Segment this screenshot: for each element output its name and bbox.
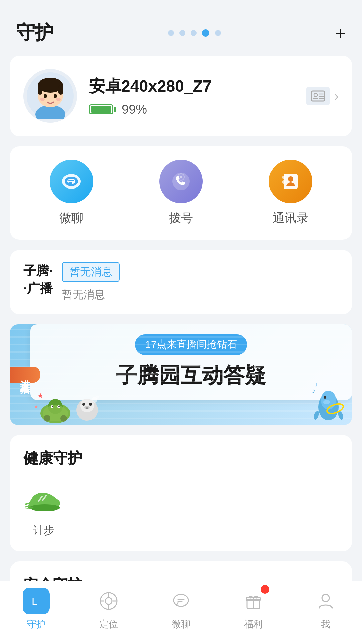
- svg-point-27: [288, 176, 293, 182]
- nav-item-welfare[interactable]: 福利: [240, 588, 267, 631]
- chat-icon-wrap: [50, 160, 93, 203]
- svg-point-49: [324, 396, 326, 399]
- nav-chat-label: 微聊: [172, 618, 190, 631]
- nav-item-chat[interactable]: 微聊: [168, 588, 194, 631]
- nav-location-label: 定位: [99, 618, 118, 631]
- nav-guard-label: 守护: [27, 618, 46, 631]
- svg-point-21: [172, 173, 190, 190]
- dot-4-active: [202, 29, 209, 37]
- nav-item-location[interactable]: 定位: [95, 588, 122, 631]
- dot-2: [179, 30, 185, 36]
- shortcut-chat[interactable]: 微聊: [50, 160, 93, 226]
- svg-point-60: [105, 598, 112, 604]
- nav-guard-icon-wrap: L: [23, 588, 50, 614]
- dot-3: [191, 30, 197, 36]
- nav-chat-icon-wrap: [168, 588, 194, 614]
- svg-line-56: [25, 506, 29, 507]
- health-items: 计步: [23, 480, 339, 538]
- svg-point-46: [96, 396, 99, 399]
- profile-action[interactable]: ›: [306, 87, 339, 105]
- svg-point-65: [174, 594, 188, 606]
- chevron-right-icon: ›: [334, 89, 339, 104]
- shortcut-contacts[interactable]: 通讯录: [269, 160, 312, 226]
- nav-welfare-icon-wrap: [240, 588, 267, 614]
- battery-icon: [89, 104, 116, 114]
- nav-me-icon-wrap: [312, 588, 339, 614]
- battery-percent: 99%: [122, 102, 147, 117]
- step-counter-label: 计步: [33, 523, 54, 538]
- add-button[interactable]: +: [335, 22, 346, 44]
- id-card-icon: [306, 87, 330, 105]
- svg-rect-20: [68, 182, 72, 184]
- svg-text:♪: ♪: [315, 381, 318, 388]
- svg-point-31: [44, 415, 50, 422]
- svg-point-11: [314, 93, 317, 97]
- profile-info: 安卓240x280_Z7 99%: [89, 75, 294, 117]
- shoe-icon: [25, 480, 62, 517]
- banner-live-button[interactable]: 进入直播: [10, 367, 40, 383]
- svg-point-9: [56, 98, 61, 101]
- svg-point-40: [80, 399, 94, 412]
- svg-point-44: [86, 407, 88, 409]
- svg-point-48: [321, 391, 336, 410]
- banner-animals-right: ♪ ♪: [308, 377, 349, 425]
- profile-card: 安卓240x280_Z7 99%: [10, 56, 352, 136]
- svg-point-42: [89, 403, 92, 406]
- svg-text:★: ★: [37, 391, 44, 400]
- battery-fill: [91, 106, 111, 113]
- svg-point-8: [40, 98, 45, 101]
- svg-point-6: [44, 94, 47, 98]
- header: 守护 +: [0, 0, 362, 56]
- svg-point-41: [82, 403, 85, 406]
- svg-text:★: ★: [34, 404, 38, 409]
- svg-point-54: [29, 504, 60, 511]
- svg-text:L: L: [32, 595, 38, 607]
- svg-rect-19: [68, 180, 74, 181]
- welfare-badge: [261, 585, 269, 594]
- broadcast-content: 暂无消息 暂无消息: [62, 262, 339, 302]
- battery-body: [89, 104, 113, 114]
- broadcast-card: 子腾· ·广播 暂无消息 暂无消息: [10, 250, 352, 314]
- shortcuts-card: 微聊 拨号 通讯录: [10, 146, 352, 240]
- health-card: 健康守护 计步: [10, 435, 352, 551]
- svg-point-35: [52, 406, 53, 407]
- broadcast-title: 子腾· ·广播: [23, 262, 53, 298]
- svg-point-71: [322, 594, 329, 602]
- bottom-nav: L 守护 定位 微聊: [0, 581, 362, 644]
- shortcut-call[interactable]: 拨号: [159, 160, 203, 226]
- page-dots: [168, 29, 221, 37]
- shortcut-chat-label: 微聊: [59, 210, 83, 226]
- banner[interactable]: ★ ★ 进入直播 17点来直播间抢钻石 子腾园互动答疑: [10, 324, 352, 425]
- nav-me-label: 我: [321, 618, 330, 631]
- banner-animals-left: ★ ★: [34, 388, 104, 425]
- dot-5: [215, 30, 221, 36]
- call-icon-wrap: [159, 160, 203, 203]
- nav-item-me[interactable]: 我: [312, 588, 339, 631]
- shortcut-contacts-label: 通讯录: [273, 210, 309, 226]
- battery-tip: [114, 107, 116, 112]
- svg-rect-26: [282, 180, 285, 184]
- shortcut-call-label: 拨号: [169, 210, 193, 226]
- svg-point-22: [180, 176, 182, 178]
- svg-rect-4: [38, 85, 42, 95]
- avatar: [23, 69, 77, 123]
- step-counter-item[interactable]: 计步: [23, 480, 64, 538]
- nav-item-guard[interactable]: L 守护: [23, 588, 50, 631]
- nav-welfare-label: 福利: [244, 618, 263, 631]
- svg-point-7: [54, 94, 57, 98]
- svg-rect-5: [58, 85, 63, 95]
- svg-line-57: [25, 509, 28, 509]
- profile-name: 安卓240x280_Z7: [89, 75, 294, 97]
- battery-row: 99%: [89, 102, 294, 117]
- broadcast-badge: 暂无消息: [62, 262, 120, 282]
- nav-location-icon-wrap: [95, 588, 122, 614]
- dot-1: [168, 30, 174, 36]
- page-title: 守护: [16, 20, 54, 46]
- health-title: 健康守护: [23, 448, 339, 468]
- svg-point-32: [60, 415, 67, 422]
- svg-rect-25: [282, 176, 285, 179]
- svg-point-50: [323, 400, 330, 404]
- broadcast-sub: 暂无消息: [62, 287, 339, 302]
- contacts-icon-wrap: [269, 160, 312, 203]
- svg-point-36: [58, 406, 60, 407]
